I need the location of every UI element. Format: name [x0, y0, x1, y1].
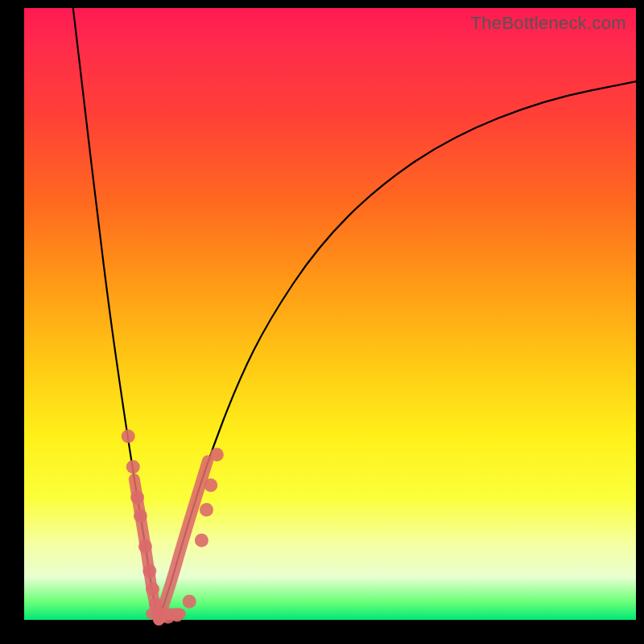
marker-dot	[171, 608, 184, 621]
marker-dot	[134, 509, 147, 522]
curve-layer	[24, 8, 636, 620]
marker-dot	[149, 598, 163, 612]
curve-right-branch	[159, 81, 636, 620]
marker-dot	[130, 491, 144, 505]
marker-dot	[204, 478, 217, 492]
marker-dot	[126, 460, 140, 474]
marker-dot	[210, 448, 224, 461]
plot-area: TheBottleneck.com	[24, 8, 636, 620]
marker-dot	[146, 583, 159, 597]
marker-dot	[138, 539, 152, 553]
marker-dot	[142, 564, 156, 578]
marker-dot	[122, 430, 135, 444]
chart-frame: TheBottleneck.com	[0, 0, 644, 644]
marker-dot	[195, 534, 208, 547]
marker-dot	[183, 595, 196, 609]
marker-dot	[200, 503, 213, 517]
